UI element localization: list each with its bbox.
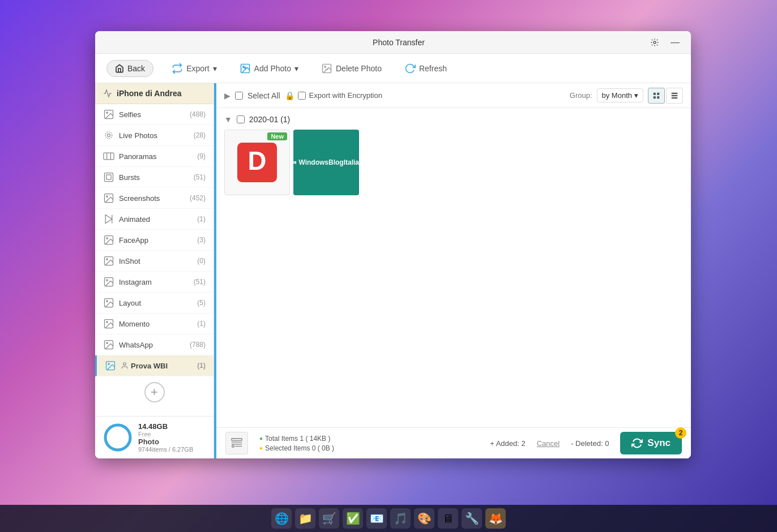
instagram-count: (51) — [194, 278, 206, 286]
svg-rect-51 — [232, 439, 242, 441]
export-label: Export — [186, 64, 209, 73]
sidebar: iPhone di Andrea Selfies (488) Live Phot… — [95, 83, 214, 458]
sidebar-item-faceapp[interactable]: FaceApp (3) — [95, 230, 214, 251]
sidebar-item-momento[interactable]: Momento (1) — [95, 314, 214, 334]
prova-wbi-icon — [105, 360, 116, 371]
month-group-2020-01: ▼ 2020-01 (1) D — [224, 115, 683, 195]
group-select[interactable]: by Month ▾ — [597, 88, 643, 102]
svg-point-6 — [325, 66, 326, 67]
select-all-checkbox[interactable] — [235, 92, 243, 100]
svg-point-10 — [108, 134, 110, 137]
svg-rect-48 — [295, 161, 296, 162]
panda-icon: D — [237, 143, 277, 182]
svg-point-18 — [106, 196, 108, 198]
list-view-button[interactable] — [666, 88, 683, 104]
new-badge: New — [267, 132, 287, 140]
svg-rect-38 — [654, 92, 656, 95]
content-area: iPhone di Andrea Selfies (488) Live Phot… — [95, 83, 691, 458]
wbi-label: WindowsBlogItalia — [298, 158, 359, 166]
layout-count: (5) — [197, 299, 206, 307]
refresh-button[interactable]: Refresh — [400, 61, 451, 76]
sync-button[interactable]: Sync 2 — [620, 432, 682, 454]
collapse-icon[interactable]: ▶ — [224, 91, 230, 100]
settings-button[interactable] — [648, 36, 661, 49]
sidebar-item-screenshots[interactable]: Screenshots (452) — [95, 188, 214, 209]
sidebar-item-whatsapp[interactable]: WhatsApp (788) — [95, 334, 214, 355]
taskbar-icon-edge[interactable]: 🌐 — [271, 508, 292, 529]
svg-point-11 — [105, 132, 112, 139]
bursts-count: (51) — [194, 173, 206, 181]
cancel-button[interactable]: Cancel — [537, 439, 560, 448]
live-photos-icon — [103, 130, 114, 141]
month-checkbox[interactable] — [237, 115, 245, 123]
whatsapp-label: WhatsApp — [119, 341, 190, 349]
sidebar-item-live-photos[interactable]: Live Photos (28) — [95, 125, 214, 146]
storage-category: Photo — [138, 437, 193, 446]
faceapp-count: (3) — [197, 236, 206, 244]
selfies-label: Selfies — [119, 110, 190, 119]
device-icon — [103, 89, 112, 98]
export-button[interactable]: Export ▾ — [167, 61, 221, 76]
taskbar-icon-store[interactable]: 🛒 — [319, 508, 339, 529]
live-photos-count: (28) — [194, 131, 206, 139]
back-button[interactable]: Back — [106, 60, 153, 77]
grid-view-button[interactable] — [648, 88, 665, 104]
svg-rect-15 — [105, 173, 113, 182]
whatsapp-icon — [103, 339, 114, 350]
encryption-checkbox[interactable] — [298, 92, 306, 100]
shared-icon — [121, 362, 129, 370]
svg-rect-16 — [106, 175, 111, 179]
refresh-label: Refresh — [419, 64, 447, 73]
status-info-icon — [225, 432, 248, 454]
month-collapse-icon[interactable]: ▼ — [224, 115, 232, 124]
photo-thumb-wbi[interactable]: WindowsBlogItalia — [293, 130, 359, 195]
minimize-button[interactable]: — — [668, 36, 682, 49]
sidebar-item-bursts[interactable]: Bursts (51) — [95, 167, 214, 188]
sidebar-item-panoramas[interactable]: Panoramas (9) — [95, 146, 214, 167]
select-all-button[interactable]: Select All — [247, 91, 280, 100]
month-header: ▼ 2020-01 (1) — [224, 115, 683, 124]
whatsapp-count: (788) — [190, 341, 206, 349]
sidebar-item-instagram[interactable]: Instagram (51) — [95, 272, 214, 293]
sidebar-device-header: iPhone di Andrea — [95, 83, 214, 104]
sidebar-item-animated[interactable]: Animated (1) — [95, 209, 214, 230]
photo-grid: ▼ 2020-01 (1) D — [216, 108, 691, 427]
lock-icon: 🔒 — [285, 91, 294, 100]
svg-rect-39 — [657, 92, 659, 95]
storage-free: Free — [138, 431, 193, 437]
sidebar-item-layout[interactable]: Layout (5) — [95, 293, 214, 314]
taskbar-icon-fox[interactable]: 🦊 — [485, 508, 506, 529]
taskbar-icon-spotify[interactable]: 🎵 — [390, 508, 411, 529]
taskbar-icon-dev[interactable]: 🔧 — [462, 508, 482, 529]
wbi-icon — [293, 157, 296, 168]
animated-label: Animated — [119, 215, 197, 224]
add-photo-button[interactable]: Add Photo ▾ — [235, 61, 303, 76]
screenshots-count: (452) — [190, 194, 206, 202]
sidebar-item-selfies[interactable]: Selfies (488) — [95, 104, 214, 125]
taskbar-icon-photos[interactable]: 🎨 — [414, 508, 434, 529]
sidebar-item-inshot[interactable]: InShot (0) — [95, 251, 214, 272]
delete-photo-button[interactable]: Delete Photo — [317, 61, 386, 76]
inshot-icon — [103, 255, 114, 267]
delete-photo-label: Delete Photo — [336, 64, 382, 73]
animated-icon — [103, 213, 114, 225]
group-label: Group: — [570, 91, 592, 100]
total-dot: ● — [259, 435, 263, 441]
taskbar-icon-monitor[interactable]: 🖥 — [438, 508, 458, 529]
momento-label: Momento — [119, 320, 197, 328]
status-stats: ● Total Items 1 ( 14KB ) ● Selected Item… — [259, 435, 334, 452]
view-toggle — [648, 88, 683, 104]
title-bar-actions: — — [648, 36, 682, 49]
inshot-label: InShot — [119, 257, 197, 265]
svg-point-28 — [106, 301, 108, 302]
svg-point-34 — [108, 363, 110, 365]
storage-items: 9744items / 6.27GB — [138, 446, 193, 453]
photo-thumb-panda[interactable]: D New — [224, 130, 290, 195]
add-album-button[interactable]: + — [144, 382, 165, 402]
taskbar-icon-explorer[interactable]: 📁 — [295, 508, 315, 529]
sidebar-item-prova-wbi[interactable]: Prova WBI (1) — [95, 355, 214, 376]
taskbar-icon-mail[interactable]: 📧 — [366, 508, 387, 529]
svg-point-35 — [123, 363, 126, 366]
svg-point-2 — [242, 66, 244, 67]
taskbar-icon-tasks[interactable]: ✅ — [343, 508, 363, 529]
